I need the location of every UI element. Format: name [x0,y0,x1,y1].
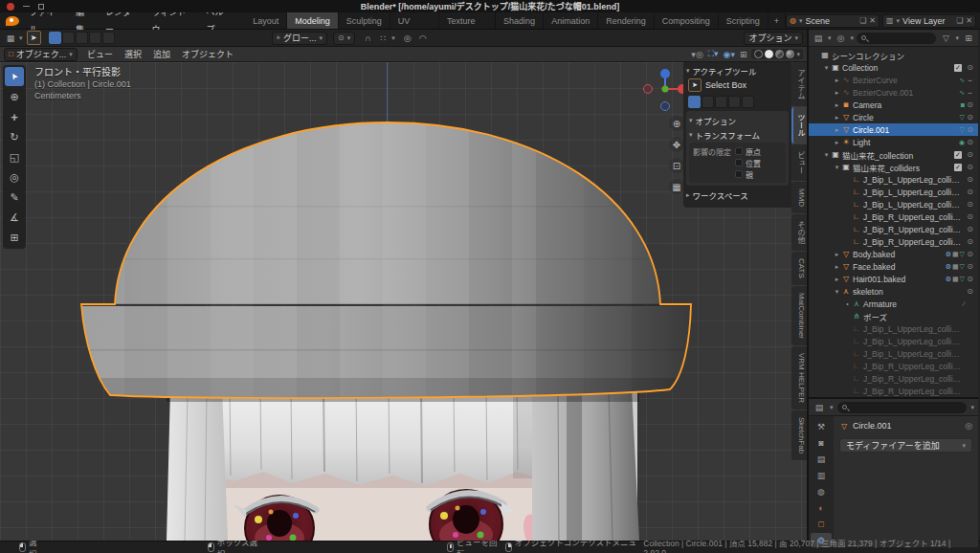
visibility-eye-icon[interactable] [965,113,975,122]
visibility-eye-icon[interactable] [965,275,975,283]
view-layer-selector[interactable]: ▥▾ View Layer ❏ ✕ [882,14,976,28]
world-tab-icon[interactable] [811,500,832,515]
visibility-eye-icon[interactable] [965,225,975,233]
workspace-tab[interactable]: UV Editing [390,12,439,29]
pin-icon[interactable]: ◎ [965,421,972,431]
add-modifier-button[interactable]: モディファイアーを追加 ▾ [839,438,972,453]
visibility-eye-icon[interactable] [965,262,975,271]
camera-view-icon[interactable]: ⊡ [669,158,684,173]
outliner-row[interactable]: J_Bip_L_UpperLeg_collider_1 [809,186,978,198]
expand-arrow-icon[interactable] [833,288,841,296]
outliner-row[interactable]: Armature [809,298,978,310]
select-new-icon[interactable] [49,32,61,44]
object-types-visibility-icon[interactable]: ▾◎ [691,50,702,59]
active-tool-icon[interactable]: ➤ [27,31,41,45]
snap-to-icon[interactable]: ∷ [376,32,390,45]
outliner-row[interactable]: skeleton [809,285,978,298]
n-panel-tab[interactable]: MMD [791,182,807,213]
outliner-row[interactable]: J_Bip_L_UpperLeg_collider_1 [809,335,978,347]
rendered-shading-icon[interactable] [786,50,794,58]
filter-icon[interactable]: ▽ [939,32,952,45]
visibility-eye-icon[interactable] [965,138,975,146]
measure-tool-icon[interactable] [5,208,24,227]
workspace-tab[interactable]: Compositing [655,12,719,29]
visibility-eye-icon[interactable] [965,63,975,72]
select-subtract-icon[interactable] [76,32,88,44]
outliner-row[interactable]: Light [809,136,978,148]
solid-shading-icon[interactable] [765,50,773,58]
display-mode-icon[interactable]: ◎ [835,32,848,45]
wireframe-shading-icon[interactable] [754,50,763,58]
expand-arrow-icon[interactable] [833,126,841,134]
outliner-row[interactable]: Hair001.baked [809,273,978,285]
object-tab-icon[interactable] [811,517,832,531]
collection-checkbox[interactable] [954,64,962,72]
outliner-row[interactable]: J_Bip_R_UpperLeg_collider_0 [809,360,978,372]
scale-tool-icon[interactable] [5,147,24,166]
expand-arrow-icon[interactable] [833,263,841,271]
workspace-tab[interactable]: Texture Paint [439,12,496,29]
cursor-tool-icon[interactable] [5,87,24,106]
render-tab-icon[interactable] [811,435,832,450]
visibility-eye-icon[interactable] [965,76,975,85]
tool-tab-icon[interactable] [811,419,832,433]
pan-hand-icon[interactable]: ✥ [669,137,684,152]
move-tool-icon[interactable] [5,107,24,126]
new-scene-icon[interactable]: ❏ [859,16,866,25]
proportional-editing-icon[interactable]: ◎ [401,32,414,45]
viewport-menu-item[interactable]: 追加 [147,47,176,62]
outliner-row[interactable]: シーンコレクション [809,49,978,61]
select-extend-icon[interactable] [62,32,75,44]
expand-arrow-icon[interactable] [833,276,841,283]
visibility-eye-icon[interactable] [965,287,975,296]
transform-tool-icon[interactable] [5,167,24,187]
editor-type-icon[interactable]: ▦ [4,32,17,45]
select-intersect-icon[interactable] [742,96,754,108]
properties-search[interactable] [837,402,968,413]
visibility-eye-icon[interactable] [965,175,975,184]
blender-logo-icon[interactable] [6,16,19,26]
visibility-eye-icon[interactable] [965,100,975,109]
visibility-eye-icon[interactable] [965,212,975,221]
viewport-menu-item[interactable]: オブジェクト [176,47,239,62]
n-panel-tab[interactable]: MatCombiner [791,286,807,345]
annotate-tool-icon[interactable] [5,188,24,207]
outliner-search[interactable] [857,33,936,44]
unlink-scene-icon[interactable]: ✕ [869,16,876,25]
viewport-canvas[interactable]: フロント・平行投影 (1) Collection | Circle.001 Ce… [0,62,807,541]
expand-arrow-icon[interactable] [833,164,841,171]
locations-checkbox[interactable] [735,159,743,166]
new-view-layer-icon[interactable]: ❏ [956,16,963,25]
parents-checkbox[interactable] [735,170,743,178]
view-layer-tab-icon[interactable] [811,468,832,482]
outliner-row[interactable]: J_Bip_L_UpperLeg_collider_0 [809,173,978,186]
visibility-eye-icon[interactable] [965,88,975,98]
expand-arrow-icon[interactable] [833,89,841,97]
expand-arrow-icon[interactable] [833,139,841,146]
outliner-row[interactable]: 猫山来花_collection [809,148,978,161]
outliner-row[interactable]: Body.baked [809,248,978,260]
overlays-toggle-icon[interactable]: ◉▾ [724,50,735,59]
expand-arrow-icon[interactable] [822,64,831,72]
snap-magnet-icon[interactable]: ∩ [361,32,374,45]
collection-checkbox[interactable] [954,164,962,171]
new-collection-icon[interactable]: ⊞ [962,32,975,45]
outliner-row[interactable]: J_Bip_L_UpperLeg_collider_2 [809,347,978,360]
expand-arrow-icon[interactable] [833,77,841,84]
outliner-row[interactable]: Circle.001 [809,123,978,136]
outliner-editor-type-icon[interactable]: ▤ [812,32,825,45]
visibility-eye-icon[interactable] [965,200,975,209]
expand-arrow-icon[interactable] [833,101,841,109]
visibility-eye-icon[interactable] [965,163,975,171]
n-panel-tab[interactable]: その他 [791,214,807,251]
n-panel-tab[interactable]: VRM HELPER [791,346,807,409]
outliner-row[interactable]: BezierCurve.001 [809,86,978,99]
pivot-point-dropdown[interactable]: ⊙▾ [333,32,355,45]
n-panel-tab[interactable]: ツール [791,107,807,144]
expand-arrow-icon[interactable] [822,151,831,159]
outliner-row[interactable]: Collection [809,61,978,74]
material-shading-icon[interactable] [775,50,784,58]
outliner-row[interactable]: J_Bip_L_UpperLeg_collider_0 [809,322,978,335]
transform-orientation-dropdown[interactable]: ⌖ グロー... ▾ [272,32,328,45]
select-subtract-icon[interactable] [715,96,727,108]
